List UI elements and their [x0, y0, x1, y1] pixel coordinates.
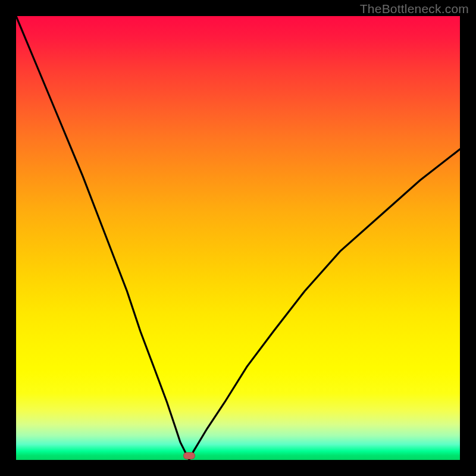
watermark-text: TheBottleneck.com	[360, 2, 469, 16]
bottleneck-curve	[16, 16, 460, 460]
optimum-marker	[183, 452, 195, 459]
